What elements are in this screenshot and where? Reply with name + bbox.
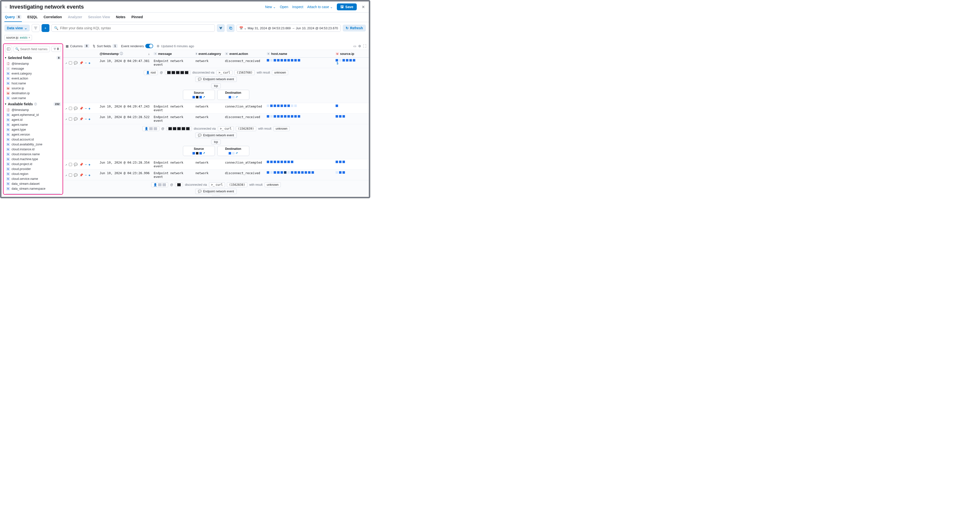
pid-chip[interactable]: (1562839): [236, 126, 256, 131]
pin-icon[interactable]: 📌: [80, 162, 83, 166]
popout-icon[interactable]: ↗: [203, 96, 205, 99]
protocol-badge[interactable]: tcp: [211, 83, 221, 88]
field-item[interactable]: kevent.action: [5, 76, 61, 81]
col-source[interactable]: ipsource.ip: [334, 50, 369, 57]
col-host[interactable]: khost.name: [265, 50, 334, 57]
kql-input[interactable]: [60, 26, 212, 30]
endpoint-badge[interactable]: 💬Endpoint network event: [195, 132, 237, 138]
row-checkbox[interactable]: [69, 107, 72, 110]
info-icon[interactable]: ⓘ: [34, 102, 37, 106]
table-row[interactable]: ↗ 💬 📌 ⋯ ◈ Jun 10, 2024 @ 04:23:28.354End…: [63, 159, 369, 170]
table-row[interactable]: ↗ 💬 📌 ⋯ ◈ Jun 10, 2024 @ 04:23:28.522End…: [63, 114, 369, 124]
toggle-sidebar-icon[interactable]: [5, 46, 12, 53]
field-item[interactable]: tmessage: [5, 66, 61, 71]
user-chip[interactable]: 👤: [142, 126, 159, 131]
field-item[interactable]: kcloud.machine.type: [5, 157, 61, 162]
fullscreen-icon[interactable]: ⛶: [363, 44, 366, 48]
field-item[interactable]: ⌚@timestamp: [5, 61, 61, 66]
result-chip[interactable]: unknown: [272, 70, 288, 75]
endpoint-badge[interactable]: 💬Endpoint network event: [195, 189, 237, 194]
host-chip[interactable]: [175, 183, 183, 187]
protocol-badge[interactable]: tcp: [211, 140, 221, 144]
field-item[interactable]: kdata_stream.namespace: [5, 186, 61, 191]
field-item[interactable]: kagent.type: [5, 127, 61, 132]
save-button[interactable]: 🖫Save: [337, 3, 357, 10]
dataview-button[interactable]: Data view ⌄: [5, 25, 30, 32]
row-checkbox[interactable]: [69, 117, 72, 121]
expand-icon[interactable]: ↗: [65, 117, 67, 121]
field-filter-button[interactable]: 0: [51, 46, 61, 52]
note-icon[interactable]: 💬: [74, 162, 78, 166]
switch-on-icon[interactable]: [145, 44, 153, 48]
col-message[interactable]: tmessage: [152, 50, 194, 57]
analyze-icon[interactable]: ◈: [89, 173, 91, 177]
remove-filter-icon[interactable]: ×: [29, 36, 30, 39]
add-filter-icon[interactable]: +: [41, 24, 49, 32]
note-icon[interactable]: 💬: [74, 61, 78, 65]
protocol-badge[interactable]: tcp: [211, 196, 221, 196]
pid-chip[interactable]: (1563768): [234, 70, 255, 75]
process-chip[interactable]: >_ curl: [218, 126, 234, 131]
more-icon[interactable]: ⋯: [85, 173, 87, 177]
field-item[interactable]: kcloud.instance.id: [5, 147, 61, 152]
field-item[interactable]: kdata_stream.dataset: [5, 181, 61, 186]
analyze-icon[interactable]: ◈: [89, 162, 91, 166]
field-item[interactable]: kcloud.project.id: [5, 162, 61, 167]
more-icon[interactable]: ⋯: [85, 162, 87, 166]
popout-icon[interactable]: ↗: [235, 151, 238, 155]
pin-icon[interactable]: 📌: [80, 107, 83, 110]
inspect-button[interactable]: Inspect: [292, 5, 303, 9]
field-item[interactable]: kcloud.instance.name: [5, 152, 61, 157]
favorite-star-icon[interactable]: ☆: [5, 5, 8, 9]
result-chip[interactable]: unknown: [274, 126, 290, 131]
field-item[interactable]: kagent.version: [5, 132, 61, 137]
row-checkbox[interactable]: [69, 163, 72, 166]
endpoint-badge[interactable]: 💬Endpoint network event: [195, 76, 237, 82]
field-item[interactable]: kevent.category: [5, 71, 61, 76]
pid-chip[interactable]: (1562838): [227, 182, 247, 187]
more-icon[interactable]: ⋯: [85, 117, 87, 121]
sort-button[interactable]: ⇅Sort fields 1: [93, 44, 118, 48]
tab-esql[interactable]: ES|QL: [27, 13, 38, 22]
table-row[interactable]: ↗ 💬 📌 ⋯ ◈ Jun 10, 2024 @ 04:29:47.243End…: [63, 103, 369, 114]
settings-icon[interactable]: ⚙: [358, 44, 361, 48]
close-icon[interactable]: ✕: [361, 5, 366, 10]
user-chip[interactable]: 👤: [151, 182, 168, 187]
sort-desc-icon[interactable]: ↓: [148, 52, 150, 56]
field-item[interactable]: kcloud.account.id: [5, 137, 61, 142]
filter-chip-source-ip[interactable]: source.ip: exists ×: [5, 35, 32, 40]
field-item[interactable]: ⌚@timestamp: [5, 108, 61, 112]
process-chip[interactable]: >_ curl: [216, 70, 232, 75]
note-icon[interactable]: 💬: [74, 107, 78, 110]
renderers-toggle[interactable]: Event renderers: [121, 44, 153, 48]
expand-icon[interactable]: ↗: [65, 107, 67, 110]
field-item[interactable]: kcloud.provider: [5, 167, 61, 172]
tab-query[interactable]: Query6: [5, 13, 22, 22]
field-item[interactable]: kagent.id: [5, 117, 61, 122]
tab-notes[interactable]: Notes: [115, 13, 126, 22]
col-timestamp[interactable]: @timestamp ⓘ↓: [98, 50, 152, 57]
field-item[interactable]: ipdestination.ip: [5, 91, 61, 96]
analyze-icon[interactable]: ◈: [89, 107, 91, 110]
more-icon[interactable]: ⋯: [85, 107, 87, 110]
field-search-input[interactable]: 🔍: [14, 46, 50, 52]
field-item[interactable]: kuser.name: [5, 96, 61, 100]
display-options-icon[interactable]: ▭: [353, 44, 356, 48]
add-field-button[interactable]: ⊞ Add a field: [5, 193, 61, 195]
pin-icon[interactable]: 📌: [80, 173, 83, 177]
note-icon[interactable]: 💬: [74, 173, 78, 177]
row-checkbox[interactable]: [69, 174, 72, 177]
col-category[interactable]: kevent.category: [194, 50, 223, 57]
field-item[interactable]: kagent.name: [5, 122, 61, 127]
expand-icon[interactable]: ↗: [65, 162, 67, 166]
field-item[interactable]: ipsource.ip: [5, 86, 61, 91]
refresh-button[interactable]: ↻Refresh: [343, 25, 366, 32]
selected-fields-header[interactable]: ▸ Selected fields 8: [5, 54, 61, 61]
expand-icon[interactable]: ↗: [65, 173, 67, 177]
filter-icon[interactable]: [32, 24, 40, 32]
popout-icon[interactable]: ↗: [235, 96, 238, 99]
host-chip[interactable]: [166, 126, 192, 131]
expand-icon[interactable]: ↗: [65, 61, 67, 65]
pin-icon[interactable]: 📌: [80, 117, 83, 121]
columns-button[interactable]: ▦Columns 8: [66, 44, 89, 48]
